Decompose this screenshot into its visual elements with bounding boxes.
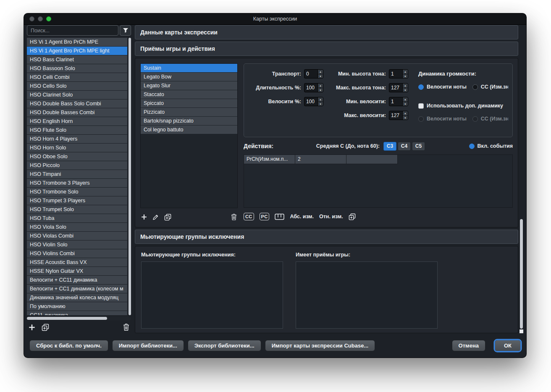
map-list-item[interactable]: HSSE Nylon Guitar VX — [27, 267, 127, 275]
spinbox[interactable]: 127 ▴▾ — [389, 111, 408, 120]
map-list-item[interactable]: HSO Double Bass Solo Combi — [27, 99, 127, 108]
sidebar-vertical-scrollbar[interactable] — [129, 38, 131, 315]
technique-item[interactable]: Legato Slur — [141, 81, 237, 90]
map-list-item[interactable]: HSO Piccolo — [27, 161, 127, 170]
middle-c-option[interactable]: C5 — [412, 142, 425, 151]
add-map-button[interactable] — [29, 324, 35, 331]
search-input[interactable] — [27, 25, 118, 36]
duplicate-action-button[interactable] — [349, 213, 356, 220]
map-list-item[interactable]: HSO Horn 4 Players — [27, 135, 127, 143]
spinbox[interactable]: 100 ▴▾ — [304, 83, 323, 92]
map-list-item[interactable]: Велосити + CC1 динамика (колесом м — [27, 285, 127, 293]
action-row[interactable]: PrCh(Изм.ном.п...2 — [244, 155, 512, 164]
action-cell[interactable] — [346, 155, 398, 164]
ok-button[interactable]: ОК — [495, 340, 521, 351]
on-events-radio[interactable] — [469, 144, 475, 149]
close-button[interactable] — [29, 16, 34, 21]
map-list-item[interactable]: HSO Tuba — [27, 214, 127, 222]
map-list-item[interactable]: Динамика значений колеса модуляц — [27, 293, 127, 302]
map-list-item[interactable]: HSO Trombone 3 Players — [27, 179, 127, 187]
spinbox[interactable]: 1 ▴▾ — [389, 97, 408, 106]
delete-technique-button[interactable] — [231, 214, 237, 220]
mute-groups-list[interactable] — [141, 261, 283, 329]
reset-library-button[interactable]: Сброс к библ. по умолч. — [29, 340, 108, 351]
absolute-change-button[interactable]: Абс. изм. — [290, 214, 314, 220]
secondary-dynamics-checkbox[interactable] — [418, 103, 424, 109]
map-list-item[interactable]: HSO Cello Solo — [27, 82, 127, 90]
map-list-item[interactable]: HSO Trumpet Solo — [27, 205, 127, 214]
technique-item[interactable]: Pizzicato — [141, 108, 237, 116]
spin-up-icon[interactable]: ▴ — [403, 84, 408, 88]
spin-up-icon[interactable]: ▴ — [403, 111, 408, 116]
map-list-item[interactable]: HSO English Horn — [27, 117, 127, 125]
map-list-item[interactable]: HSO Oboe Solo — [27, 152, 127, 161]
map-list-item[interactable]: HSO Double Basses Combi — [27, 108, 127, 117]
technique-item[interactable]: Bartok/snap pizzicato — [141, 117, 237, 125]
add-pc-action-button[interactable]: PC — [260, 213, 270, 220]
has-techniques-list[interactable] — [296, 261, 438, 329]
technique-item[interactable]: Staccato — [141, 90, 237, 99]
spin-arrows[interactable]: ▴▾ — [402, 111, 408, 120]
add-keyswitch-action-button[interactable] — [275, 214, 284, 220]
map-list-item[interactable]: HSO Celli Combi — [27, 73, 127, 81]
spin-up-icon[interactable]: ▴ — [403, 70, 408, 74]
duplicate-map-button[interactable] — [42, 324, 49, 331]
spin-up-icon[interactable]: ▴ — [318, 84, 323, 88]
spin-arrows[interactable]: ▴▾ — [402, 84, 408, 92]
spin-down-icon[interactable]: ▾ — [403, 88, 408, 92]
zoom-button[interactable] — [46, 16, 51, 21]
middle-c-option[interactable]: C4 — [398, 142, 411, 151]
spin-arrows[interactable]: ▴▾ — [317, 70, 323, 78]
main-vertical-scrollbar[interactable] — [520, 25, 523, 333]
technique-item[interactable]: Col legno battuto — [141, 125, 237, 134]
spin-up-icon[interactable]: ▴ — [403, 97, 408, 102]
map-list-item[interactable]: По умолчанию — [27, 302, 127, 311]
spin-arrows[interactable]: ▴▾ — [317, 84, 323, 92]
map-list-item[interactable]: HSO Bassoon Solo — [27, 64, 127, 73]
add-cc-action-button[interactable]: CC — [244, 213, 254, 220]
spinbox[interactable]: 127 ▴▾ — [389, 83, 408, 92]
technique-item[interactable]: Legato Bow — [141, 73, 237, 81]
map-list-item[interactable]: HS Vi 1 Agent Bro PrCh MPE — [27, 38, 127, 46]
spin-down-icon[interactable]: ▾ — [318, 88, 323, 92]
map-list-item[interactable]: HSO Flute Solo — [27, 126, 127, 134]
action-cell[interactable]: 2 — [295, 155, 346, 164]
spin-down-icon[interactable]: ▾ — [403, 102, 408, 106]
add-technique-button[interactable] — [141, 214, 147, 220]
scrollbar-thumb[interactable] — [520, 219, 523, 329]
spin-up-icon[interactable]: ▴ — [318, 97, 323, 102]
middle-c-option[interactable]: C3 — [383, 142, 396, 151]
technique-item[interactable]: Spiccato — [141, 99, 237, 107]
spinbox[interactable]: 1 ▴▾ — [389, 69, 408, 78]
cancel-button[interactable]: Отмена — [452, 340, 485, 351]
cc-dynamics-radio[interactable] — [472, 84, 478, 90]
export-library-button[interactable]: Экспорт библиотеки... — [188, 340, 261, 351]
map-list-item[interactable]: HSO Horn Solo — [27, 144, 127, 152]
map-list-item[interactable]: CC11 динамика — [27, 311, 127, 315]
scrollbar-thumb[interactable] — [27, 317, 107, 320]
edit-technique-button[interactable] — [152, 214, 159, 220]
import-library-button[interactable]: Импорт библиотеки... — [112, 340, 184, 351]
map-list-item[interactable]: HS Vi 1 Agent Bro PrCh MPE light — [27, 47, 127, 55]
map-list-item[interactable]: Велосити + CC11 динамика — [27, 276, 127, 284]
map-list-item[interactable]: HSO Clarinet Solo — [27, 91, 127, 99]
minimize-button[interactable] — [38, 16, 43, 21]
spinbox[interactable]: 0 ▴▾ — [304, 69, 323, 78]
filter-button[interactable] — [120, 25, 131, 36]
map-list-item[interactable]: HSSE Acoustic Bass VX — [27, 258, 127, 267]
spin-down-icon[interactable]: ▾ — [403, 74, 408, 78]
spin-down-icon[interactable]: ▾ — [318, 74, 323, 78]
map-list-item[interactable]: HSO Violins Combi — [27, 249, 127, 258]
map-list-item[interactable]: HSO Timpani — [27, 170, 127, 178]
map-list-item[interactable]: HSO Bass Clarinet — [27, 55, 127, 64]
spin-arrows[interactable]: ▴▾ — [317, 97, 323, 106]
spinbox[interactable]: 100 ▴▾ — [304, 97, 323, 106]
note-velocity-radio[interactable] — [418, 84, 424, 90]
spin-arrows[interactable]: ▴▾ — [402, 97, 408, 106]
technique-item[interactable]: Sustain — [141, 64, 237, 72]
relative-change-button[interactable]: Отн. изм. — [319, 214, 343, 220]
map-list-item[interactable]: HSO Trumpet 3 Players — [27, 196, 127, 205]
duplicate-technique-button[interactable] — [164, 214, 171, 221]
spin-up-icon[interactable]: ▴ — [318, 70, 323, 74]
import-cubase-map-button[interactable]: Импорт карты экспрессии Cubase... — [265, 340, 375, 351]
